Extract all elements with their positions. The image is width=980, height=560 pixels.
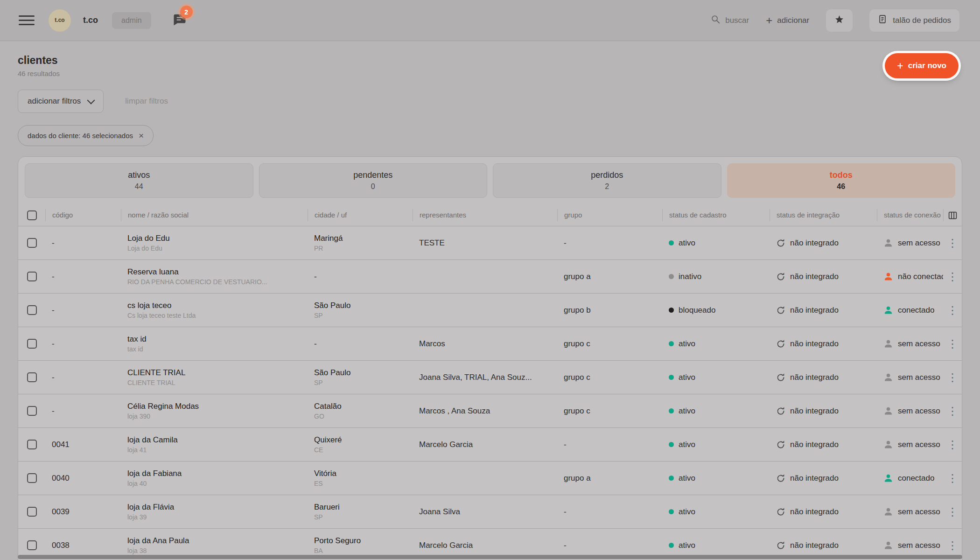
table-row: 0041loja da Camilaloja 41QuixeréCEMarcel…	[18, 428, 962, 462]
registration-status-cell: ativo	[662, 238, 770, 248]
columns-settings-icon[interactable]	[943, 209, 962, 221]
connection-status-cell: conectado	[877, 305, 943, 315]
client-name: Célia Regina Modas	[127, 402, 308, 411]
column-header-cidade[interactable]: cidade / uf	[308, 209, 413, 221]
order-pad-button[interactable]: talão de pedidos	[869, 9, 959, 32]
registration-status-label: ativo	[679, 474, 695, 483]
city-name: Porto Seguro	[314, 536, 413, 546]
client-legal-name: loja 40	[127, 480, 308, 487]
tab-todos[interactable]: todos 46	[727, 163, 956, 198]
row-checkbox-cell	[18, 372, 45, 382]
registration-status-cell: ativo	[662, 406, 770, 416]
city-uf: GO	[314, 413, 413, 420]
row-menu-button[interactable]: ⋮	[947, 372, 958, 383]
row-checkbox[interactable]	[27, 372, 37, 382]
integration-status-cell: não integrado	[770, 306, 877, 315]
sync-icon	[776, 339, 785, 349]
representatives-cell: Joana Silva	[413, 507, 557, 517]
group-cell: grupo c	[557, 339, 662, 349]
registration-status-cell: ativo	[662, 373, 770, 382]
column-header-status-conexao[interactable]: status de conexão	[877, 209, 943, 221]
filter-chip[interactable]: dados do cliente: 46 selecionados ×	[18, 125, 154, 146]
registration-status-cell: ativo	[662, 507, 770, 517]
chat-button[interactable]: 2	[173, 13, 187, 28]
column-header-codigo[interactable]: código	[45, 209, 121, 221]
row-checkbox[interactable]	[27, 540, 37, 550]
row-menu-button[interactable]: ⋮	[947, 305, 958, 316]
horizontal-scrollbar[interactable]	[18, 555, 962, 559]
row-actions-cell: ⋮	[943, 439, 962, 450]
sync-icon	[776, 474, 785, 483]
group-cell: -	[557, 507, 662, 517]
client-name: loja da Flávia	[127, 503, 308, 512]
client-legal-name: Loja do Edu	[127, 245, 308, 252]
integration-status-label: não integrado	[790, 339, 839, 349]
row-checkbox[interactable]	[27, 473, 37, 483]
row-menu-button[interactable]: ⋮	[947, 271, 958, 282]
chevron-down-icon	[87, 96, 95, 104]
city-uf: BA	[314, 547, 413, 554]
row-checkbox[interactable]	[27, 305, 37, 315]
client-legal-name: loja 41	[127, 446, 308, 454]
connection-status-cell: sem acesso	[877, 339, 943, 349]
city-name: Barueri	[314, 503, 413, 512]
search-button[interactable]: buscar	[710, 14, 749, 27]
codigo-cell: 0040	[45, 474, 121, 483]
row-menu-button[interactable]: ⋮	[947, 506, 958, 518]
row-actions-cell: ⋮	[943, 238, 962, 249]
menu-button[interactable]	[19, 14, 35, 27]
column-header-status-integracao[interactable]: status de integração	[770, 209, 877, 221]
integration-status-label: não integrado	[790, 406, 839, 416]
clear-filters-button[interactable]: limpar filtros	[125, 97, 168, 106]
connection-status-cell: sem acesso	[877, 238, 943, 248]
tab-ativos[interactable]: ativos 44	[25, 163, 253, 198]
codigo-cell: -	[45, 238, 121, 248]
row-checkbox[interactable]	[27, 238, 37, 248]
status-dot	[669, 408, 674, 413]
brand-logo[interactable]: t.co	[49, 9, 71, 32]
city-cell: -	[308, 272, 413, 281]
close-icon[interactable]: ×	[139, 131, 144, 141]
column-header-grupo[interactable]: grupo	[557, 209, 662, 221]
row-checkbox[interactable]	[27, 440, 37, 449]
row-menu-button[interactable]: ⋮	[947, 238, 958, 249]
add-filters-button[interactable]: adicionar filtros	[18, 90, 104, 113]
codigo-cell: -	[45, 339, 121, 349]
column-header-representantes[interactable]: representantes	[413, 209, 557, 221]
codigo-cell: -	[45, 272, 121, 281]
row-menu-button[interactable]: ⋮	[947, 439, 958, 450]
connection-status-cell: sem acesso	[877, 440, 943, 449]
row-checkbox[interactable]	[27, 272, 37, 281]
clients-table-card: ativos 44 pendentes 0 perdidos 2 todos 4…	[18, 156, 962, 560]
column-header-status-cadastro[interactable]: status de cadastro	[662, 209, 770, 221]
connection-status-label: sem acesso	[898, 238, 940, 248]
tab-pendentes[interactable]: pendentes 0	[259, 163, 488, 198]
sync-icon	[776, 440, 785, 449]
create-new-button[interactable]: + criar novo	[885, 53, 959, 78]
topbar: t.co t.co admin 2 buscar + adicionar	[0, 0, 980, 41]
sync-icon	[776, 507, 785, 517]
connection-status-cell: sem acesso	[877, 372, 943, 382]
search-label: buscar	[725, 16, 749, 25]
row-checkbox[interactable]	[27, 339, 37, 349]
favorites-button[interactable]	[826, 9, 853, 32]
row-menu-button[interactable]: ⋮	[947, 540, 958, 551]
city-cell: QuixeréCE	[308, 435, 413, 454]
tab-perdidos[interactable]: perdidos 2	[493, 163, 721, 198]
row-checkbox[interactable]	[27, 406, 37, 416]
registration-status-cell: bloqueado	[662, 306, 770, 315]
row-menu-button[interactable]: ⋮	[947, 406, 958, 417]
registration-status-cell: ativo	[662, 440, 770, 449]
add-button[interactable]: + adicionar	[766, 15, 809, 26]
integration-status-cell: não integrado	[770, 474, 877, 483]
person-icon	[883, 473, 893, 483]
person-icon	[883, 238, 893, 248]
person-icon	[883, 272, 893, 281]
column-header-nome[interactable]: nome / razão social	[121, 209, 308, 221]
select-all-checkbox[interactable]	[27, 210, 37, 220]
row-menu-button[interactable]: ⋮	[947, 338, 958, 350]
row-menu-button[interactable]: ⋮	[947, 473, 958, 484]
row-actions-cell: ⋮	[943, 406, 962, 417]
row-actions-cell: ⋮	[943, 372, 962, 383]
row-checkbox[interactable]	[27, 507, 37, 517]
